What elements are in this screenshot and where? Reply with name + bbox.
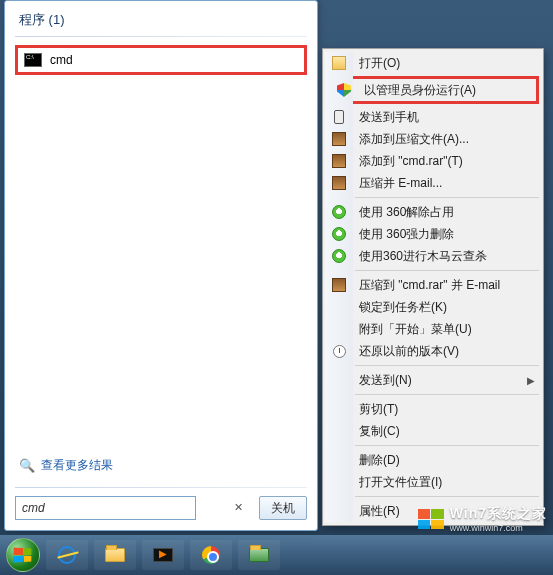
clock-icon <box>331 343 347 359</box>
rar-icon <box>331 277 347 293</box>
menu-delete[interactable]: 删除(D) <box>325 449 541 471</box>
menu-restore-versions[interactable]: 还原以前的版本(V) <box>325 340 541 362</box>
menu-run-as-admin-label: 以管理员身份运行(A) <box>364 82 476 99</box>
program-result-label: cmd <box>50 53 73 67</box>
menu-properties-label: 属性(R) <box>359 503 400 520</box>
submenu-arrow-icon: ▶ <box>527 375 535 386</box>
menu-pin-taskbar-label: 锁定到任务栏(K) <box>359 299 447 316</box>
menu-360-unlock-label: 使用 360解除占用 <box>359 204 454 221</box>
taskbar-item-explorer[interactable] <box>94 540 136 570</box>
menu-add-to-cmdrar[interactable]: 添加到 "cmd.rar"(T) <box>325 150 541 172</box>
taskbar-item-app[interactable] <box>238 540 280 570</box>
menu-pin-start-label: 附到「开始」菜单(U) <box>359 321 472 338</box>
app-icon <box>249 548 269 562</box>
menu-cut-label: 剪切(T) <box>359 401 398 418</box>
see-more-results-link[interactable]: 🔍 查看更多结果 <box>19 457 113 474</box>
search-row: ✕ 关机 <box>15 496 307 520</box>
divider <box>15 36 307 37</box>
menu-add-to-archive-label: 添加到压缩文件(A)... <box>359 131 469 148</box>
menu-open-label: 打开(O) <box>359 55 400 72</box>
menu-360-unlock[interactable]: 使用 360解除占用 <box>325 201 541 223</box>
taskbar <box>0 535 553 575</box>
menu-compress-cmdrar-email-label: 压缩到 "cmd.rar" 并 E-mail <box>359 277 500 294</box>
pin-icon <box>331 321 347 337</box>
menu-360-force-delete-label: 使用 360强力删除 <box>359 226 454 243</box>
menu-360-trojan-scan[interactable]: 使用360进行木马云查杀 <box>325 245 541 267</box>
360-icon <box>331 204 347 220</box>
menu-send-to-phone[interactable]: 发送到手机 <box>325 106 541 128</box>
menu-cut[interactable]: 剪切(T) <box>325 398 541 420</box>
highlight-box-program: cmd <box>15 45 307 75</box>
media-player-icon <box>153 548 173 562</box>
windows-flag-icon <box>14 548 32 563</box>
menu-360-trojan-scan-label: 使用360进行木马云查杀 <box>359 248 487 265</box>
menu-separator <box>355 394 539 395</box>
search-input[interactable] <box>15 496 196 520</box>
menu-send-to-phone-label: 发送到手机 <box>359 109 419 126</box>
menu-pin-start[interactable]: 附到「开始」菜单(U) <box>325 318 541 340</box>
see-more-results-label: 查看更多结果 <box>41 457 113 474</box>
windows-logo-icon <box>418 509 444 529</box>
divider <box>15 487 307 488</box>
program-result-cmd[interactable]: cmd <box>18 51 304 69</box>
menu-open-file-location[interactable]: 打开文件位置(I) <box>325 471 541 493</box>
shutdown-button[interactable]: 关机 <box>259 496 307 520</box>
360-icon <box>331 248 347 264</box>
menu-separator <box>355 197 539 198</box>
menu-compress-email-label: 压缩并 E-mail... <box>359 175 442 192</box>
menu-send-to-label: 发送到(N) <box>359 372 412 389</box>
menu-run-as-admin[interactable]: 以管理员身份运行(A) <box>330 79 536 101</box>
chrome-icon <box>202 546 220 564</box>
highlight-box-runasadmin: 以管理员身份运行(A) <box>327 76 539 104</box>
menu-add-to-archive[interactable]: 添加到压缩文件(A)... <box>325 128 541 150</box>
start-button[interactable] <box>6 538 40 572</box>
ie-icon <box>58 546 76 564</box>
menu-separator <box>355 270 539 271</box>
menu-delete-label: 删除(D) <box>359 452 400 469</box>
search-wrap: ✕ <box>15 496 249 520</box>
cmd-icon <box>24 53 42 67</box>
folder-icon <box>105 548 125 562</box>
menu-add-to-cmdrar-label: 添加到 "cmd.rar"(T) <box>359 153 463 170</box>
watermark-url: www.winwin7.com <box>450 523 547 533</box>
rar-icon <box>331 175 347 191</box>
menu-separator <box>355 365 539 366</box>
rar-icon <box>331 131 347 147</box>
menu-send-to[interactable]: 发送到(N) ▶ <box>325 369 541 391</box>
menu-separator <box>355 496 539 497</box>
phone-icon <box>331 109 347 125</box>
shield-icon <box>336 82 352 98</box>
menu-open[interactable]: 打开(O) <box>325 52 541 74</box>
menu-separator <box>355 445 539 446</box>
menu-open-file-location-label: 打开文件位置(I) <box>359 474 442 491</box>
menu-360-force-delete[interactable]: 使用 360强力删除 <box>325 223 541 245</box>
context-menu: 打开(O) 以管理员身份运行(A) 发送到手机 添加到压缩文件(A)... 添加… <box>322 48 544 526</box>
clear-search-icon[interactable]: ✕ <box>231 500 245 514</box>
menu-pin-taskbar[interactable]: 锁定到任务栏(K) <box>325 296 541 318</box>
rar-icon <box>331 153 347 169</box>
watermark: Win7系统之家 www.winwin7.com <box>418 505 547 533</box>
watermark-title: Win7系统之家 <box>450 505 547 523</box>
menu-restore-versions-label: 还原以前的版本(V) <box>359 343 459 360</box>
360-icon <box>331 226 347 242</box>
taskbar-item-media[interactable] <box>142 540 184 570</box>
menu-copy[interactable]: 复制(C) <box>325 420 541 442</box>
menu-copy-label: 复制(C) <box>359 423 400 440</box>
menu-compress-cmdrar-email[interactable]: 压缩到 "cmd.rar" 并 E-mail <box>325 274 541 296</box>
open-icon <box>331 55 347 71</box>
search-icon: 🔍 <box>19 458 35 473</box>
start-menu-panel: 程序 (1) cmd 🔍 查看更多结果 ✕ 关机 <box>4 0 318 531</box>
taskbar-item-ie[interactable] <box>46 540 88 570</box>
programs-header-label: 程序 (1) <box>19 12 65 27</box>
pin-icon <box>331 299 347 315</box>
results-header: 程序 (1) <box>5 1 317 33</box>
menu-compress-email[interactable]: 压缩并 E-mail... <box>325 172 541 194</box>
taskbar-item-chrome[interactable] <box>190 540 232 570</box>
